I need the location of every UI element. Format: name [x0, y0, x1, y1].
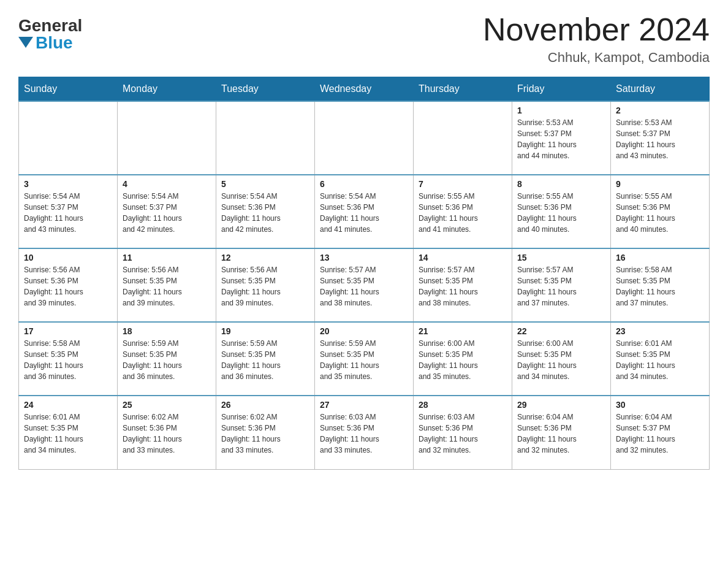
week-row-3: 10Sunrise: 5:56 AMSunset: 5:36 PMDayligh…: [19, 248, 710, 322]
day-info: Sunrise: 5:54 AMSunset: 5:36 PMDaylight:…: [320, 191, 408, 235]
day-cell: 12Sunrise: 5:56 AMSunset: 5:35 PMDayligh…: [216, 248, 315, 322]
header-thursday: Thursday: [414, 77, 512, 102]
day-number: 6: [320, 179, 408, 189]
day-number: 2: [616, 105, 704, 115]
day-info: Sunrise: 5:54 AMSunset: 5:36 PMDaylight:…: [221, 191, 309, 235]
header: General Blue November 2024 Chhuk, Kampot…: [18, 12, 710, 66]
day-cell: 13Sunrise: 5:57 AMSunset: 5:35 PMDayligh…: [315, 248, 414, 322]
header-sunday: Sunday: [19, 77, 118, 102]
calendar-subtitle: Chhuk, Kampot, Cambodia: [483, 50, 710, 66]
day-info: Sunrise: 6:03 AMSunset: 5:36 PMDaylight:…: [320, 412, 408, 456]
day-cell: 25Sunrise: 6:02 AMSunset: 5:36 PMDayligh…: [118, 396, 216, 469]
day-cell: 20Sunrise: 5:59 AMSunset: 5:35 PMDayligh…: [315, 322, 414, 396]
day-info: Sunrise: 5:57 AMSunset: 5:35 PMDaylight:…: [517, 264, 605, 308]
day-number: 8: [517, 179, 605, 189]
day-number: 17: [24, 326, 112, 336]
day-cell: [315, 101, 414, 175]
day-cell: 3Sunrise: 5:54 AMSunset: 5:37 PMDaylight…: [19, 175, 118, 248]
day-number: 13: [320, 253, 408, 262]
day-info: Sunrise: 5:55 AMSunset: 5:36 PMDaylight:…: [419, 191, 507, 235]
day-info: Sunrise: 6:02 AMSunset: 5:36 PMDaylight:…: [123, 412, 211, 456]
day-info: Sunrise: 5:59 AMSunset: 5:35 PMDaylight:…: [221, 338, 309, 382]
day-info: Sunrise: 5:54 AMSunset: 5:37 PMDaylight:…: [24, 191, 112, 235]
day-number: 29: [517, 400, 605, 410]
day-number: 18: [123, 326, 211, 336]
calendar-table: Sunday Monday Tuesday Wednesday Thursday…: [18, 77, 710, 470]
day-number: 20: [320, 326, 408, 336]
day-cell: 4Sunrise: 5:54 AMSunset: 5:37 PMDaylight…: [118, 175, 216, 248]
day-number: 24: [24, 400, 112, 410]
day-info: Sunrise: 5:59 AMSunset: 5:35 PMDaylight:…: [320, 338, 408, 382]
day-cell: 18Sunrise: 5:59 AMSunset: 5:35 PMDayligh…: [118, 322, 216, 396]
day-number: 25: [123, 400, 211, 410]
header-tuesday: Tuesday: [216, 77, 315, 102]
header-saturday: Saturday: [611, 77, 710, 102]
day-cell: 19Sunrise: 5:59 AMSunset: 5:35 PMDayligh…: [216, 322, 315, 396]
day-number: 28: [419, 400, 507, 410]
day-cell: 6Sunrise: 5:54 AMSunset: 5:36 PMDaylight…: [315, 175, 414, 248]
week-row-4: 17Sunrise: 5:58 AMSunset: 5:35 PMDayligh…: [19, 322, 710, 396]
week-row-5: 24Sunrise: 6:01 AMSunset: 5:35 PMDayligh…: [19, 396, 710, 469]
day-info: Sunrise: 5:53 AMSunset: 5:37 PMDaylight:…: [517, 117, 605, 161]
day-number: 9: [616, 179, 704, 189]
logo-blue-text: Blue: [36, 34, 73, 52]
day-cell: 14Sunrise: 5:57 AMSunset: 5:35 PMDayligh…: [414, 248, 512, 322]
day-number: 10: [24, 253, 112, 262]
day-cell: 29Sunrise: 6:04 AMSunset: 5:36 PMDayligh…: [512, 396, 611, 469]
day-number: 27: [320, 400, 408, 410]
day-info: Sunrise: 5:59 AMSunset: 5:35 PMDaylight:…: [123, 338, 211, 382]
day-cell: 21Sunrise: 6:00 AMSunset: 5:35 PMDayligh…: [414, 322, 512, 396]
day-number: 11: [123, 253, 211, 262]
day-number: 1: [517, 105, 605, 115]
day-info: Sunrise: 6:04 AMSunset: 5:37 PMDaylight:…: [616, 412, 704, 456]
day-number: 22: [517, 326, 605, 336]
day-info: Sunrise: 5:58 AMSunset: 5:35 PMDaylight:…: [24, 338, 112, 382]
header-monday: Monday: [118, 77, 216, 102]
day-number: 21: [419, 326, 507, 336]
day-info: Sunrise: 5:56 AMSunset: 5:36 PMDaylight:…: [24, 264, 112, 308]
week-row-1: 1Sunrise: 5:53 AMSunset: 5:37 PMDaylight…: [19, 101, 710, 175]
day-number: 14: [419, 253, 507, 262]
day-number: 26: [221, 400, 309, 410]
day-cell: 16Sunrise: 5:58 AMSunset: 5:35 PMDayligh…: [611, 248, 710, 322]
day-info: Sunrise: 6:00 AMSunset: 5:35 PMDaylight:…: [419, 338, 507, 382]
day-info: Sunrise: 5:58 AMSunset: 5:35 PMDaylight:…: [616, 264, 704, 308]
day-number: 15: [517, 253, 605, 262]
day-cell: 27Sunrise: 6:03 AMSunset: 5:36 PMDayligh…: [315, 396, 414, 469]
title-area: November 2024 Chhuk, Kampot, Cambodia: [483, 12, 710, 66]
day-info: Sunrise: 6:01 AMSunset: 5:35 PMDaylight:…: [24, 412, 112, 456]
day-cell: [216, 101, 315, 175]
week-row-2: 3Sunrise: 5:54 AMSunset: 5:37 PMDaylight…: [19, 175, 710, 248]
day-cell: 11Sunrise: 5:56 AMSunset: 5:35 PMDayligh…: [118, 248, 216, 322]
day-number: 23: [616, 326, 704, 336]
day-number: 5: [221, 179, 309, 189]
day-number: 3: [24, 179, 112, 189]
day-info: Sunrise: 5:55 AMSunset: 5:36 PMDaylight:…: [616, 191, 704, 235]
day-cell: 15Sunrise: 5:57 AMSunset: 5:35 PMDayligh…: [512, 248, 611, 322]
header-wednesday: Wednesday: [315, 77, 414, 102]
day-number: 4: [123, 179, 211, 189]
day-cell: 9Sunrise: 5:55 AMSunset: 5:36 PMDaylight…: [611, 175, 710, 248]
day-info: Sunrise: 6:01 AMSunset: 5:35 PMDaylight:…: [616, 338, 704, 382]
day-number: 19: [221, 326, 309, 336]
logo-arrow-icon: [18, 37, 33, 48]
day-number: 7: [419, 179, 507, 189]
day-cell: 17Sunrise: 5:58 AMSunset: 5:35 PMDayligh…: [19, 322, 118, 396]
day-info: Sunrise: 5:57 AMSunset: 5:35 PMDaylight:…: [419, 264, 507, 308]
day-info: Sunrise: 5:54 AMSunset: 5:37 PMDaylight:…: [123, 191, 211, 235]
day-cell: 30Sunrise: 6:04 AMSunset: 5:37 PMDayligh…: [611, 396, 710, 469]
day-cell: 22Sunrise: 6:00 AMSunset: 5:35 PMDayligh…: [512, 322, 611, 396]
day-cell: 2Sunrise: 5:53 AMSunset: 5:37 PMDaylight…: [611, 101, 710, 175]
calendar-title: November 2024: [483, 12, 710, 47]
day-info: Sunrise: 6:03 AMSunset: 5:36 PMDaylight:…: [419, 412, 507, 456]
day-info: Sunrise: 5:56 AMSunset: 5:35 PMDaylight:…: [123, 264, 211, 308]
header-row: Sunday Monday Tuesday Wednesday Thursday…: [19, 77, 710, 102]
day-cell: 23Sunrise: 6:01 AMSunset: 5:35 PMDayligh…: [611, 322, 710, 396]
day-info: Sunrise: 5:56 AMSunset: 5:35 PMDaylight:…: [221, 264, 309, 308]
day-number: 16: [616, 253, 704, 262]
day-info: Sunrise: 6:04 AMSunset: 5:36 PMDaylight:…: [517, 412, 605, 456]
day-cell: 5Sunrise: 5:54 AMSunset: 5:36 PMDaylight…: [216, 175, 315, 248]
day-info: Sunrise: 5:53 AMSunset: 5:37 PMDaylight:…: [616, 117, 704, 161]
day-info: Sunrise: 6:02 AMSunset: 5:36 PMDaylight:…: [221, 412, 309, 456]
day-number: 12: [221, 253, 309, 262]
